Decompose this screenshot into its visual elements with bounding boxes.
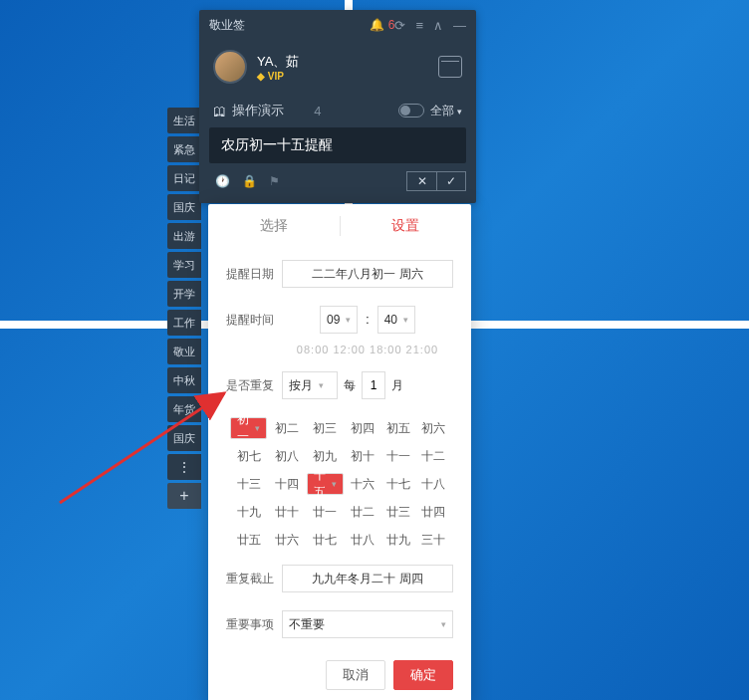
repeat-unit-select[interactable]: 按月 bbox=[282, 371, 338, 399]
calendar-icon[interactable] bbox=[438, 56, 462, 78]
clock-icon[interactable]: 🕐 bbox=[215, 174, 230, 188]
lunar-day[interactable]: 初一 bbox=[230, 417, 267, 439]
remind-date-field[interactable]: 二二年八月初一 周六 bbox=[282, 260, 453, 288]
lunar-day[interactable]: 廿五 bbox=[230, 529, 267, 551]
lunar-day[interactable]: 廿二 bbox=[348, 501, 379, 523]
lunar-day[interactable]: 三十 bbox=[418, 529, 450, 551]
sync-icon[interactable]: ⟳ bbox=[394, 18, 405, 33]
lunar-day[interactable]: 十一 bbox=[382, 445, 414, 467]
vip-badge: VIP bbox=[257, 71, 428, 82]
sidebar-tag[interactable]: 紧急 bbox=[167, 136, 201, 162]
avatar[interactable] bbox=[213, 50, 247, 84]
lunar-day[interactable]: 十三 bbox=[230, 473, 267, 495]
minute-select[interactable]: 40 bbox=[377, 306, 415, 334]
lunar-day[interactable]: 初三 bbox=[307, 417, 344, 439]
lunar-day[interactable]: 廿九 bbox=[382, 529, 414, 551]
lunar-day[interactable]: 初二 bbox=[271, 417, 303, 439]
sidebar-tag[interactable]: 学习 bbox=[167, 252, 201, 278]
lunar-day[interactable]: 廿七 bbox=[307, 529, 344, 551]
sidebar-tag[interactable]: 开学 bbox=[167, 281, 201, 307]
sidebar-tag[interactable]: 国庆 bbox=[167, 425, 201, 451]
sidebar-more[interactable]: ⋮ bbox=[167, 454, 201, 480]
tab-settings[interactable]: 设置 bbox=[340, 204, 471, 248]
user-name: YA、茹 bbox=[257, 53, 428, 71]
sidebar-tag[interactable]: 年货 bbox=[167, 396, 201, 422]
bookmark-icon: 🕮 bbox=[213, 104, 226, 118]
menu-icon[interactable]: ≡ bbox=[415, 18, 423, 33]
quick-times[interactable]: 08:00 12:00 18:00 21:00 bbox=[282, 344, 453, 355]
lunar-day[interactable]: 廿八 bbox=[348, 529, 379, 551]
minimize-icon[interactable]: — bbox=[453, 18, 466, 33]
time-colon: : bbox=[366, 313, 369, 327]
confirm-button[interactable]: 确定 bbox=[393, 660, 453, 690]
sidebar-tag[interactable]: 日记 bbox=[167, 165, 201, 191]
lunar-day[interactable]: 初四 bbox=[348, 417, 379, 439]
lunar-day[interactable]: 十九 bbox=[230, 501, 267, 523]
lunar-day[interactable]: 初九 bbox=[307, 445, 344, 467]
hour-select[interactable]: 09 bbox=[320, 306, 358, 334]
note-input[interactable] bbox=[209, 127, 466, 163]
lunar-day[interactable]: 初五 bbox=[382, 417, 414, 439]
remind-date-label: 提醒日期 bbox=[226, 266, 282, 283]
repeat-end-field[interactable]: 九九年冬月二十 周四 bbox=[282, 565, 453, 592]
notification-badge[interactable]: 🔔 6 bbox=[370, 18, 394, 32]
lunar-day[interactable]: 初十 bbox=[348, 445, 379, 467]
section-title: 操作演示 bbox=[232, 102, 310, 119]
confirm-input-button[interactable]: ✓ bbox=[436, 171, 466, 191]
sidebar-tag[interactable]: 中秋 bbox=[167, 367, 201, 393]
settings-panel: 选择 设置 提醒日期 二二年八月初一 周六 提醒时间 09 : 40 08:00… bbox=[208, 204, 471, 700]
repeat-month: 月 bbox=[391, 377, 403, 394]
lunar-day[interactable]: 十六 bbox=[348, 473, 379, 495]
cancel-input-button[interactable]: ✕ bbox=[406, 171, 436, 191]
importance-select[interactable]: 不重要 bbox=[282, 610, 453, 638]
sidebar-tag[interactable]: 工作 bbox=[167, 310, 201, 336]
lunar-day-grid: 初一初二初三初四初五初六初七初八初九初十十一十二十三十四十五十六十七十八十九廿十… bbox=[226, 417, 453, 551]
lunar-day[interactable]: 廿十 bbox=[271, 501, 303, 523]
lunar-day[interactable]: 廿四 bbox=[418, 501, 450, 523]
up-icon[interactable]: ∧ bbox=[433, 18, 443, 33]
lunar-day[interactable]: 初六 bbox=[418, 417, 450, 439]
repeat-label: 是否重复 bbox=[226, 377, 282, 394]
cancel-button[interactable]: 取消 bbox=[326, 660, 385, 690]
flag-icon[interactable]: ⚑ bbox=[269, 174, 280, 188]
profile-section: YA、茹 VIP bbox=[199, 40, 476, 94]
lock-icon[interactable]: 🔒 bbox=[242, 174, 257, 188]
app-window: 敬业签 🔔 6 ⟳ ≡ ∧ — YA、茹 VIP 🕮 操作演示 4 全部 🕐 🔒 bbox=[199, 10, 476, 203]
sidebar-tag[interactable]: 生活 bbox=[167, 108, 201, 133]
toggle-switch[interactable] bbox=[398, 104, 424, 117]
sidebar-tag[interactable]: 出游 bbox=[167, 223, 201, 249]
repeat-end-label: 重复截止 bbox=[226, 571, 282, 587]
titlebar: 敬业签 🔔 6 ⟳ ≡ ∧ — bbox=[199, 10, 476, 40]
repeat-number-input[interactable] bbox=[362, 371, 385, 399]
lunar-day[interactable]: 廿一 bbox=[307, 501, 344, 523]
lunar-day[interactable]: 十四 bbox=[271, 473, 303, 495]
lunar-day[interactable]: 初八 bbox=[271, 445, 303, 467]
lunar-day[interactable]: 初七 bbox=[230, 445, 267, 467]
lunar-day[interactable]: 十五 bbox=[307, 473, 344, 495]
lunar-day[interactable]: 廿六 bbox=[271, 529, 303, 551]
tab-select[interactable]: 选择 bbox=[208, 204, 340, 248]
app-name: 敬业签 bbox=[209, 17, 364, 34]
section-count: 4 bbox=[314, 104, 321, 118]
lunar-day[interactable]: 廿三 bbox=[382, 501, 414, 523]
section-header: 🕮 操作演示 4 全部 bbox=[199, 94, 476, 127]
sidebar-tag[interactable]: 敬业 bbox=[167, 339, 201, 364]
remind-time-label: 提醒时间 bbox=[226, 312, 282, 329]
sidebar-tag[interactable]: 国庆 bbox=[167, 194, 201, 220]
filter-all[interactable]: 全部 bbox=[430, 103, 462, 119]
lunar-day[interactable]: 十八 bbox=[418, 473, 450, 495]
importance-label: 重要事项 bbox=[226, 616, 282, 633]
sidebar-add[interactable]: + bbox=[167, 483, 201, 509]
lunar-day[interactable]: 十二 bbox=[418, 445, 450, 467]
input-toolbar: 🕐 🔒 ⚑ ✕ ✓ bbox=[209, 167, 466, 195]
repeat-every: 每 bbox=[344, 377, 356, 394]
lunar-day[interactable]: 十七 bbox=[382, 473, 414, 495]
